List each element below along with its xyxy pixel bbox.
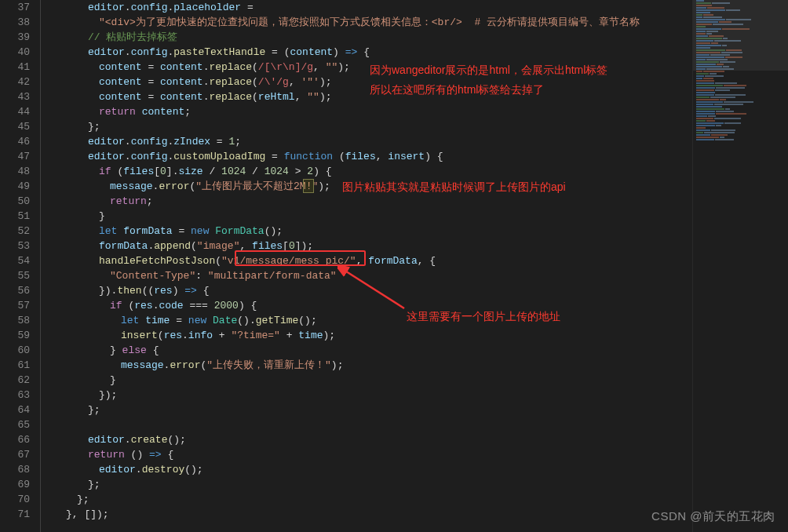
code-line[interactable]: let time = new Date().getTime(); bbox=[41, 313, 691, 328]
line-number: 37 bbox=[0, 0, 30, 15]
line-number: 38 bbox=[0, 15, 30, 30]
line-number: 54 bbox=[0, 253, 30, 268]
line-number: 66 bbox=[0, 432, 30, 447]
line-number: 62 bbox=[0, 373, 30, 388]
code-line[interactable]: editor.config.zIndex = 1; bbox=[41, 134, 691, 149]
code-line[interactable]: // 粘贴时去掉标签 bbox=[41, 30, 691, 45]
line-number: 58 bbox=[0, 313, 30, 328]
line-number: 55 bbox=[0, 268, 30, 283]
code-line[interactable]: editor.config.placeholder = bbox=[41, 0, 691, 15]
line-number: 56 bbox=[0, 283, 30, 298]
line-number: 46 bbox=[0, 134, 30, 149]
line-number: 59 bbox=[0, 328, 30, 343]
line-number: 64 bbox=[0, 403, 30, 417]
code-line[interactable]: }; bbox=[41, 477, 691, 492]
line-number: 60 bbox=[0, 343, 30, 358]
line-number: 67 bbox=[0, 447, 30, 462]
code-line[interactable]: content = content.replace(/\'/g, '"'); bbox=[41, 75, 691, 89]
code-line[interactable]: message.error("上传失败，请重新上传！"); bbox=[41, 358, 691, 373]
code-line[interactable]: formData.append("image", files[0]); bbox=[41, 239, 691, 253]
code-line[interactable]: message.error("上传图片最大不超过2M!"); bbox=[41, 179, 691, 194]
line-number: 44 bbox=[0, 104, 30, 119]
code-area[interactable]: editor.config.placeholder ="<div>为了更加快速的… bbox=[41, 0, 691, 532]
code-line[interactable]: content = content.replace(/[\r\n]/g, "")… bbox=[41, 60, 691, 75]
line-number: 61 bbox=[0, 358, 30, 373]
code-editor[interactable]: 3738394041424344454647484950515253545556… bbox=[0, 0, 691, 532]
line-number: 47 bbox=[0, 149, 30, 164]
code-line[interactable]: editor.config.pasteTextHandle = (content… bbox=[41, 45, 691, 60]
line-number: 52 bbox=[0, 224, 30, 239]
line-number: 40 bbox=[0, 45, 30, 60]
line-number-gutter: 3738394041424344454647484950515253545556… bbox=[0, 0, 41, 532]
code-line[interactable]: }; bbox=[41, 492, 691, 507]
line-number: 48 bbox=[0, 164, 30, 179]
line-number: 57 bbox=[0, 298, 30, 313]
code-line[interactable]: } bbox=[41, 209, 691, 224]
code-line[interactable]: } bbox=[41, 373, 691, 388]
minimap-viewport[interactable] bbox=[693, 0, 788, 71]
code-line[interactable]: "Content-Type": "multipart/form-data" bbox=[41, 268, 691, 283]
line-number: 45 bbox=[0, 119, 30, 134]
line-number: 68 bbox=[0, 462, 30, 477]
line-number: 42 bbox=[0, 75, 30, 89]
code-line[interactable]: handleFetchPostJson("v1/message/mess_pic… bbox=[41, 253, 691, 268]
code-line[interactable]: editor.create(); bbox=[41, 432, 691, 447]
code-line[interactable]: editor.destroy(); bbox=[41, 462, 691, 477]
code-line[interactable]: return content; bbox=[41, 104, 691, 119]
code-line[interactable]: return () => { bbox=[41, 447, 691, 462]
code-line[interactable]: editor.config.customUploadImg = function… bbox=[41, 149, 691, 164]
line-number: 50 bbox=[0, 194, 30, 209]
code-line[interactable]: }).then((res) => { bbox=[41, 283, 691, 298]
code-line[interactable]: } else { bbox=[41, 343, 691, 358]
code-line[interactable]: if (res.code === 2000) { bbox=[41, 298, 691, 313]
line-number: 70 bbox=[0, 492, 30, 507]
code-line[interactable] bbox=[41, 417, 691, 432]
line-number: 49 bbox=[0, 179, 30, 194]
line-number: 71 bbox=[0, 507, 30, 522]
line-number: 69 bbox=[0, 477, 30, 492]
code-line[interactable]: insert(res.info + "?time=" + time); bbox=[41, 328, 691, 343]
code-line[interactable]: return; bbox=[41, 194, 691, 209]
code-line[interactable]: content = content.replace(reHtml, ""); bbox=[41, 89, 691, 104]
code-line[interactable]: }; bbox=[41, 403, 691, 417]
line-number: 65 bbox=[0, 417, 30, 432]
code-line[interactable]: if (files[0].size / 1024 / 1024 > 2) { bbox=[41, 164, 691, 179]
line-number: 53 bbox=[0, 239, 30, 253]
minimap[interactable] bbox=[692, 0, 788, 532]
code-line[interactable]: "<div>为了更加快速的定位查找问题，请您按照如下方式反馈相关信息：<br/>… bbox=[41, 15, 691, 30]
code-line[interactable]: let formData = new FormData(); bbox=[41, 224, 691, 239]
line-number: 43 bbox=[0, 89, 30, 104]
line-number: 41 bbox=[0, 60, 30, 75]
line-number: 51 bbox=[0, 209, 30, 224]
code-line[interactable]: }, []); bbox=[41, 507, 691, 522]
code-line[interactable]: }); bbox=[41, 388, 691, 403]
line-number: 63 bbox=[0, 388, 30, 403]
line-number: 39 bbox=[0, 30, 30, 45]
code-line[interactable]: }; bbox=[41, 119, 691, 134]
